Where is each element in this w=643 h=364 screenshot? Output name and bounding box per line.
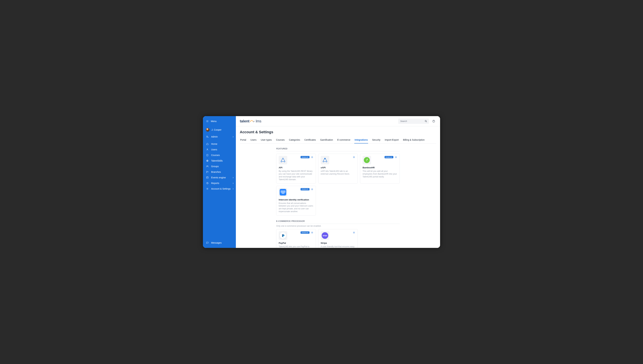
tab-integrations[interactable]: Integrations (354, 137, 368, 144)
svg-point-15 (282, 158, 284, 159)
integration-card-stripe[interactable]: stripeStripeA user-friendly tool that en… (318, 229, 358, 248)
tab-e-commerce[interactable]: E-commerce (337, 137, 351, 144)
sidebar-item-label: Messages (211, 242, 222, 244)
search-input[interactable] (398, 118, 429, 124)
app-window: Menu J. Cooper AdminHomeUsersCoursesTale… (203, 116, 440, 248)
tab-security[interactable]: Security (372, 137, 381, 144)
card-description: xAPI lets TalentLMS talk to an external … (321, 170, 356, 176)
sidebar-item-label: Groups (211, 165, 219, 168)
tab-categories[interactable]: Categories (288, 137, 300, 144)
integration-card-bamboohr[interactable]: ENABLEDBambooHRThis will let you add all… (360, 154, 400, 184)
tab-users[interactable]: Users (250, 137, 257, 144)
card-description: By using the TalentLMS REST library you … (279, 170, 314, 181)
hamburger-icon (206, 120, 209, 123)
svg-point-14 (434, 122, 434, 122)
sidebar-item-reports[interactable]: Reports (203, 180, 236, 186)
tab-user-types[interactable]: User types (260, 137, 272, 144)
sidebar-item-events-engine[interactable]: Events engine (203, 175, 236, 180)
tab-gamification[interactable]: Gamification (320, 137, 333, 144)
svg-point-23 (396, 157, 396, 158)
card-description: A user-friendly tool that ensures easy a… (321, 245, 356, 248)
branch-icon (206, 170, 209, 174)
integration-card-api[interactable]: ENABLEDAPIBy using the TalentLMS REST li… (276, 154, 316, 184)
svg-point-0 (207, 136, 208, 137)
enabled-badge: ENABLED (300, 188, 309, 190)
sidebar-item-label: TalentSkills (211, 160, 223, 162)
integration-card-paypal[interactable]: PPENABLEDPayPalTalentLMS lets you use Pa… (276, 229, 316, 248)
svg-point-26 (354, 232, 354, 233)
gear-icon (206, 187, 209, 190)
integration-card-xapi[interactable]: xAPIxAPI lets TalentLMS talk to an exter… (318, 154, 358, 184)
svg-point-24 (312, 189, 312, 190)
sidebar-item-talentskills[interactable]: TalentSkills (203, 158, 236, 164)
card-title: Stripe (321, 242, 356, 244)
menu-button[interactable]: Menu (206, 118, 233, 125)
card-grid: PPENABLEDPayPalTalentLMS lets you use Pa… (276, 229, 400, 248)
sidebar-item-label: Admin (211, 136, 218, 138)
svg-point-11 (207, 188, 208, 189)
svg-point-1 (208, 137, 208, 138)
svg-rect-9 (206, 177, 208, 178)
menu-label: Menu (211, 120, 216, 122)
integration-card-intercom[interactable]: ENABLEDIntercom identity verificationEns… (276, 186, 316, 216)
sidebar-item-home[interactable]: Home (203, 141, 236, 147)
logo[interactable]: talent lms (240, 119, 262, 123)
svg-point-4 (206, 166, 207, 166)
avatar (206, 128, 210, 132)
sidebar-item-messages[interactable]: Messages (203, 240, 236, 246)
sidebar-item-label: Users (211, 148, 217, 151)
gear-icon[interactable] (353, 156, 355, 158)
search-box (398, 118, 429, 124)
card-title: BambooHR (362, 166, 397, 169)
tab-import-export[interactable]: Import-Export (384, 137, 399, 144)
svg-point-17 (284, 161, 285, 162)
sidebar-item-label: Home (211, 143, 217, 145)
logo-part1: talent (240, 119, 250, 123)
topbar: talent lms (236, 116, 440, 126)
chart-icon (206, 182, 209, 185)
calendar-icon (206, 176, 209, 179)
svg-point-6 (206, 171, 207, 172)
card-title: PayPal (279, 242, 314, 244)
globe-icon (206, 159, 209, 162)
gear-icon[interactable] (353, 231, 355, 234)
search-icon[interactable] (424, 120, 427, 122)
sections: FEATUREDENABLEDAPIBy using the TalentLMS… (276, 148, 400, 248)
gear-icon[interactable] (311, 231, 314, 234)
svg-point-25 (312, 232, 312, 233)
card-description: This will let you add all your employees… (362, 170, 397, 178)
enabled-badge: ENABLED (300, 232, 309, 234)
svg-point-22 (354, 157, 354, 158)
sidebar-item-courses[interactable]: Courses (203, 152, 236, 158)
sidebar-user[interactable]: J. Cooper (203, 127, 236, 133)
svg-point-18 (312, 157, 312, 158)
tab-courses[interactable]: Courses (276, 137, 285, 144)
gear-icon[interactable] (311, 156, 314, 158)
svg-point-7 (206, 172, 207, 173)
page-title: Account & Settings (240, 130, 436, 134)
card-description: Ensures that all conversations between y… (279, 202, 314, 213)
sidebar-item-users[interactable]: Users (203, 147, 236, 152)
sidebar-item-label: Branches (211, 171, 221, 173)
gear-icon[interactable] (311, 188, 314, 190)
sidebar-item-label: Courses (211, 154, 220, 156)
sidebar-item-admin[interactable]: Admin (203, 134, 236, 140)
sidebar-item-account-settings[interactable]: Account & Settings (203, 186, 236, 192)
help-icon[interactable] (432, 120, 435, 123)
group-icon (206, 165, 209, 168)
tab-portal[interactable]: Portal (240, 137, 246, 144)
svg-point-8 (208, 172, 208, 172)
sidebar-item-label: Reports (211, 182, 219, 184)
svg-point-2 (207, 149, 208, 150)
user-icon (206, 148, 209, 151)
enabled-badge: ENABLED (300, 156, 309, 158)
svg-point-5 (208, 166, 208, 166)
book-icon (206, 154, 209, 157)
tab-certificates[interactable]: Certificates (304, 137, 316, 144)
tab-billing-subscription[interactable]: Billing & Subscription (403, 137, 425, 144)
sidebar-item-groups[interactable]: Groups (203, 164, 236, 169)
section-label: FEATURED (276, 148, 400, 151)
sidebar-item-branches[interactable]: Branches (203, 169, 236, 175)
message-icon (206, 241, 209, 244)
gear-icon[interactable] (395, 156, 397, 158)
